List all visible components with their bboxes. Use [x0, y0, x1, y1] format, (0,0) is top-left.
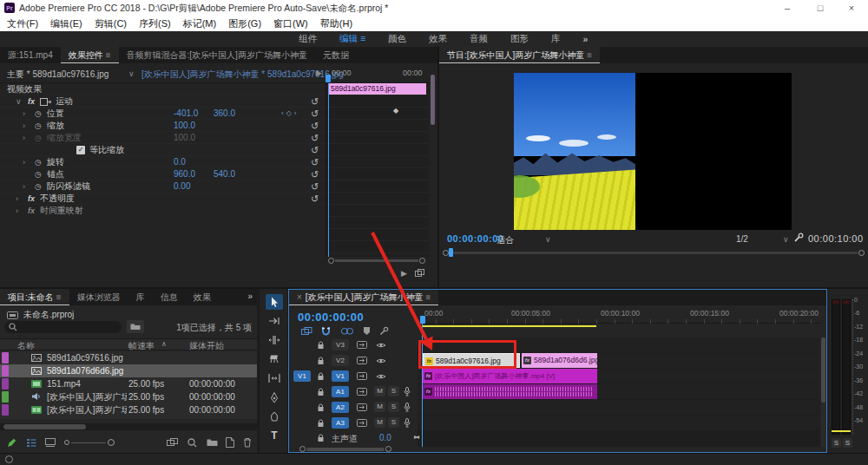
list-view-button[interactable] — [26, 438, 36, 448]
label-chip[interactable] — [2, 404, 9, 416]
ec-playhead-head[interactable] — [326, 75, 331, 82]
eye-icon[interactable] — [376, 342, 386, 349]
pen-tool[interactable] — [266, 390, 283, 405]
lock-icon[interactable] — [317, 357, 325, 365]
clip-v1[interactable]: fx[欢乐中国人]两岁广场舞小神童.mp4 [V] — [423, 369, 597, 383]
selection-tool[interactable] — [266, 294, 283, 310]
scrub-handle-left[interactable] — [443, 250, 449, 256]
minimize-button[interactable]: – — [779, 1, 795, 15]
track-button-a3[interactable]: A3 — [332, 417, 349, 429]
sequence-clip-label[interactable]: [欢乐中国人]两岁广场舞小神童 * 589d1a0c97616.jpg — [141, 69, 344, 81]
close-icon[interactable]: × — [297, 292, 302, 302]
workspace-tab-editing[interactable]: 编辑 ≡ — [339, 33, 365, 45]
clip-a1-audio[interactable]: fx — [423, 384, 597, 399]
panel-menu-icon[interactable]: ≡ — [56, 292, 62, 302]
nest-toggle-icon[interactable] — [301, 327, 312, 336]
track-source-icon[interactable] — [357, 341, 367, 349]
snap-toggle-icon[interactable] — [321, 326, 331, 336]
panel-menu-icon[interactable]: ≡ — [106, 50, 111, 60]
keyframe-bowtie-icon[interactable]: ▸◂ — [414, 433, 418, 441]
track-select-forward-tool[interactable] — [266, 313, 283, 329]
reset-icon[interactable]: ↺ — [311, 108, 319, 120]
solo-button[interactable]: S — [388, 402, 399, 412]
param-uniform-scale[interactable]: ✓ 等比缩放 ↺ — [0, 144, 325, 156]
param-rotation[interactable]: › ◷ 旋转 0.0 ↺ — [0, 156, 325, 168]
reset-icon[interactable]: ↺ — [311, 132, 319, 144]
rotation-value[interactable]: 0.0 — [174, 156, 186, 168]
lock-icon[interactable] — [317, 372, 325, 381]
linked-selection-icon[interactable] — [341, 328, 353, 335]
project-row-audio[interactable]: [欢乐中国人]两岁广场舞 25.00 fps 00:00:00:00 — [0, 390, 257, 403]
stopwatch-icon[interactable]: ◷ — [35, 108, 42, 120]
reset-icon[interactable]: ↺ — [311, 144, 319, 156]
zoom-slider-track[interactable] — [71, 442, 106, 443]
menu-item-sequence[interactable]: 序列(S) — [139, 17, 171, 30]
ec-playhead-line[interactable] — [328, 83, 329, 257]
project-file-row[interactable]: 未命名.prproj — [7, 309, 74, 321]
anchor-y-value[interactable]: 540.0 — [214, 168, 235, 180]
project-row-image1[interactable]: 589d1a0c97616.jpg — [0, 351, 257, 364]
mic-icon[interactable] — [404, 403, 411, 412]
workspace-tab-audio[interactable]: 音频 — [470, 33, 488, 45]
comparison-view-icon[interactable] — [415, 269, 424, 277]
scale-value[interactable]: 100.0 — [174, 120, 195, 132]
tab-audio-clip-mixer[interactable]: 音频剪辑混合器:[欢乐中国人]两岁广场舞小神童 — [119, 47, 315, 63]
label-chip[interactable] — [2, 391, 9, 403]
label-chip[interactable] — [2, 378, 9, 390]
add-marker-icon[interactable] — [363, 326, 371, 336]
track-source-icon[interactable] — [357, 372, 367, 380]
sync-status-icon[interactable] — [5, 455, 13, 463]
work-area-bar[interactable] — [423, 325, 596, 327]
track-button-a1[interactable]: A1 — [332, 386, 349, 397]
tab-media-browser[interactable]: 媒体浏览器 — [69, 289, 128, 305]
chevron-down-icon[interactable]: ∨ — [783, 235, 789, 244]
panel-menu-icon[interactable]: ≡ — [425, 292, 431, 302]
scroll-handle-right[interactable] — [385, 446, 391, 452]
tab-program-monitor[interactable]: 节目:[欢乐中国人]两岁广场舞小神童≡ — [439, 47, 600, 63]
reset-icon[interactable]: ↺ — [311, 168, 319, 180]
ripple-edit-tool[interactable] — [266, 332, 283, 348]
stopwatch-icon[interactable]: ◷ — [35, 168, 42, 180]
mute-button[interactable]: M — [374, 386, 385, 396]
project-writable-icon[interactable] — [7, 438, 16, 448]
scroll-handle-left[interactable] — [328, 258, 334, 264]
tab-metadata[interactable]: 元数据 — [315, 47, 357, 63]
reset-icon[interactable]: ↺ — [311, 193, 319, 205]
effect-motion[interactable]: ∨ fx 运动 ↺ — [0, 95, 325, 108]
panel-menu-icon[interactable]: ≡ — [587, 50, 592, 60]
scroll-thumb[interactable] — [306, 448, 385, 451]
tab-effect-controls[interactable]: 效果控件≡ — [61, 47, 119, 63]
timeline-view-toggle-icon[interactable]: ▶ — [316, 69, 322, 77]
automate-to-sequence-button[interactable] — [167, 438, 179, 448]
lock-icon[interactable] — [317, 403, 325, 412]
new-bin-button[interactable] — [207, 438, 218, 447]
source-patch-v1[interactable]: V1 — [293, 370, 311, 382]
scroll-handle-left[interactable] — [299, 446, 306, 452]
find-button[interactable] — [187, 438, 197, 448]
menu-item-window[interactable]: 窗口(W) — [273, 17, 308, 30]
reset-icon[interactable]: ↺ — [311, 95, 319, 108]
tab-effects[interactable]: 效果 — [186, 289, 219, 305]
track-source-icon[interactable] — [357, 357, 367, 364]
workspace-tab-effects[interactable]: 效果 — [429, 33, 447, 45]
track-button-v1[interactable]: V1 — [332, 370, 349, 382]
menu-item-file[interactable]: 文件(F) — [7, 17, 38, 30]
razor-tool[interactable] — [266, 351, 283, 367]
icon-view-button[interactable] — [45, 438, 56, 448]
track-lane-a2[interactable] — [418, 400, 820, 415]
mute-button[interactable]: M — [374, 402, 385, 412]
panel-overflow-button[interactable]: » — [247, 291, 253, 301]
sort-ascending-icon[interactable]: ∧ — [161, 340, 167, 348]
ec-mini-timeline[interactable]: 589d1a0c97616.jpg ◆ — [326, 83, 429, 257]
reset-icon[interactable]: ↺ — [311, 156, 319, 168]
mic-icon[interactable] — [404, 418, 411, 428]
menu-item-markers[interactable]: 标记(M) — [183, 17, 217, 30]
effect-opacity[interactable]: › fx 不透明度 ↺ — [0, 193, 325, 205]
type-tool[interactable]: T — [266, 428, 283, 443]
timeline-ruler[interactable]: 00:00 00:00:05:00 00:00:10:00 00:00:15:0… — [418, 306, 821, 324]
workspace-tab-graphics[interactable]: 图形 — [510, 33, 529, 45]
solo-button[interactable]: S — [388, 417, 399, 428]
track-source-icon[interactable] — [357, 403, 367, 411]
mute-button[interactable]: M — [374, 417, 385, 428]
project-row-image2-selected[interactable]: 589d1a076d6d6.jpg — [0, 364, 257, 377]
